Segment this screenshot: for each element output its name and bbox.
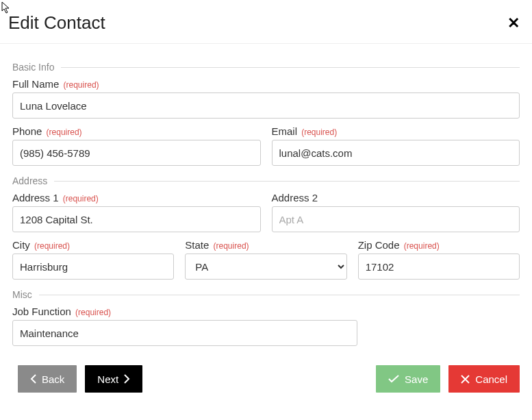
state-select[interactable]: PA: [185, 254, 346, 280]
close-icon: ✕: [507, 16, 520, 31]
address1-input[interactable]: [12, 206, 261, 232]
full-name-label: Full Name (required): [12, 78, 520, 90]
x-icon: [461, 375, 470, 384]
chevron-right-icon: [124, 374, 130, 384]
phone-label: Phone (required): [12, 125, 261, 137]
job-function-label: Job Function (required): [12, 306, 520, 317]
section-misc: Misc: [12, 289, 520, 300]
email-input[interactable]: [272, 140, 520, 166]
check-icon: [388, 375, 399, 383]
full-name-input[interactable]: [12, 92, 520, 119]
close-button[interactable]: ✕: [507, 16, 520, 31]
address1-label: Address 1 (required): [12, 192, 261, 203]
zip-label: Zip Code (required): [358, 239, 520, 251]
page-title: Edit Contact: [8, 12, 105, 34]
address2-input[interactable]: [272, 206, 520, 232]
state-label: State (required): [185, 239, 346, 251]
city-label: City (required): [12, 239, 174, 251]
chevron-left-icon: [30, 374, 36, 384]
save-button[interactable]: Save: [376, 365, 440, 393]
phone-input[interactable]: [12, 140, 261, 166]
email-label: Email (required): [272, 125, 520, 137]
zip-input[interactable]: [358, 254, 520, 280]
job-function-input[interactable]: [12, 320, 357, 346]
section-basic-info: Basic Info: [12, 62, 520, 73]
section-address: Address: [12, 175, 520, 186]
city-input[interactable]: [12, 254, 174, 280]
next-button[interactable]: Next: [85, 365, 142, 393]
address2-label: Address 2: [272, 192, 520, 203]
back-button[interactable]: Back: [18, 365, 77, 393]
cancel-button[interactable]: Cancel: [448, 365, 520, 393]
